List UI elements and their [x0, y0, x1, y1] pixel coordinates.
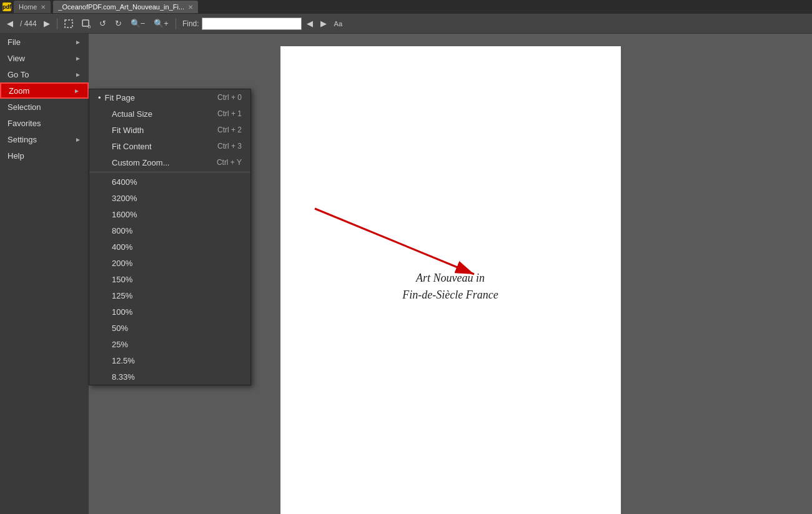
sidebar-item-selection-label: Selection — [7, 102, 41, 112]
sidebar-item-help-label: Help — [7, 151, 24, 161]
sidebar-item-favorites[interactable]: Favorites — [0, 115, 89, 131]
zoom-fit-content[interactable]: Fit Content Ctrl + 3 — [89, 138, 250, 154]
toolbar: ◀ / 444 ▶ ↺ ↻ 🔍− 🔍+ Find: ◀ ▶ Aa — [0, 14, 812, 34]
main-layout: File ► View ► Go To ► Zoom ► Selection F… — [0, 34, 812, 514]
zoom-fit-page-shortcut: Ctrl + 0 — [217, 93, 242, 102]
svg-line-4 — [315, 209, 474, 274]
file-arrow-icon: ► — [75, 39, 81, 46]
toolbar-sep-1 — [57, 18, 57, 29]
sidebar-item-file[interactable]: File ► — [0, 34, 89, 50]
sidebar-item-goto[interactable]: Go To ► — [0, 66, 89, 82]
zoom-in-button[interactable]: 🔍+ — [151, 17, 172, 30]
rotate-cw-button[interactable]: ↻ — [112, 17, 125, 30]
zoom-level-2[interactable]: 1600% — [89, 206, 250, 222]
tab-pdf[interactable]: _OceanofPDF.com_Art_Nouveau_in_Fi... ✕ — [53, 1, 198, 13]
zoom-fit-page-left: • Fit Page — [98, 93, 135, 102]
zoom-out-button[interactable]: 🔍− — [127, 17, 149, 30]
zoom-level-3[interactable]: 800% — [89, 222, 250, 239]
zoom-submenu-sep — [89, 172, 250, 172]
zoom-fit-content-label: Fit Content — [112, 142, 152, 151]
zoom-level-label-8: 100% — [112, 307, 132, 317]
zoom-level-label-2: 1600% — [112, 210, 137, 219]
find-prev-button[interactable]: ◀ — [304, 17, 315, 29]
zoom-custom-left: Custom Zoom... — [98, 158, 169, 167]
zoom-fit-content-shortcut: Ctrl + 3 — [217, 142, 242, 151]
settings-arrow-icon: ► — [75, 136, 81, 143]
zoom-level-11[interactable]: 12.5% — [89, 352, 250, 368]
tab-home-label: Home — [19, 3, 37, 11]
pdf-page: Art Nouveau in Fin-de-Siècle France — [280, 46, 621, 514]
zoom-level-label-9: 50% — [112, 324, 128, 333]
rotate-ccw-button[interactable]: ↺ — [96, 17, 109, 30]
zoom-fit-width[interactable]: Fit Width Ctrl + 2 — [89, 122, 250, 138]
sidebar-item-view-label: View — [7, 54, 25, 63]
zoom-actual-size-label: Actual Size — [112, 109, 152, 119]
svg-rect-0 — [65, 20, 72, 27]
zoom-level-6[interactable]: 150% — [89, 271, 250, 287]
zoom-level-0[interactable]: 6400% — [89, 174, 250, 190]
zoom-level-10[interactable]: 25% — [89, 336, 250, 352]
zoom-actual-size-shortcut: Ctrl + 1 — [217, 109, 242, 118]
forward-button[interactable]: ▶ — [41, 17, 53, 30]
zoom-level-5[interactable]: 200% — [89, 255, 250, 271]
zoom-fit-content-left: Fit Content — [98, 142, 152, 151]
zoom-level-label-0: 6400% — [112, 177, 137, 187]
zoom-level-7[interactable]: 125% — [89, 287, 250, 304]
zoom-level-8[interactable]: 100% — [89, 304, 250, 320]
find-input[interactable] — [202, 17, 302, 30]
tab-home[interactable]: Home ✕ — [14, 1, 51, 13]
select-icon — [64, 19, 73, 28]
zoom-fit-width-label: Fit Width — [112, 126, 144, 135]
zoom-level-label-5: 200% — [112, 259, 132, 268]
sidebar-item-zoom[interactable]: Zoom ► — [0, 82, 89, 99]
zoom-level-9[interactable]: 50% — [89, 320, 250, 336]
zoom-level-label-7: 125% — [112, 291, 132, 300]
zoom-level-label-1: 3200% — [112, 194, 137, 203]
page-indicator: / 444 — [20, 19, 37, 28]
sidebar-item-settings-label: Settings — [7, 135, 37, 144]
pdf-title-line1: Art Nouveau in — [416, 272, 485, 284]
pdf-title-line2: Fin-de-Siècle France — [402, 289, 498, 301]
zoom-arrow-icon: ► — [74, 87, 80, 94]
sidebar-item-zoom-label: Zoom — [9, 86, 29, 96]
zoom-actual-size-left: Actual Size — [98, 109, 152, 119]
find-next-button[interactable]: ▶ — [318, 17, 329, 29]
zoom-levels-container: 6400%3200%1600%800%400%200%150%125%100%5… — [89, 174, 250, 385]
sidebar-item-favorites-label: Favorites — [7, 119, 41, 128]
toolbar-sep-2 — [176, 18, 176, 29]
sidebar-item-view[interactable]: View ► — [0, 50, 89, 66]
zoom-fit-width-left: Fit Width — [98, 126, 144, 135]
sidebar: File ► View ► Go To ► Zoom ► Selection F… — [0, 34, 89, 514]
svg-rect-1 — [82, 20, 89, 26]
fit-page-dot: • — [98, 93, 101, 102]
zoom-level-label-11: 12.5% — [112, 356, 135, 365]
zoom-actual-size[interactable]: Actual Size Ctrl + 1 — [89, 106, 250, 122]
back-button[interactable]: ◀ — [4, 17, 16, 30]
tab-pdf-close[interactable]: ✕ — [188, 4, 193, 11]
zoom-level-label-6: 150% — [112, 275, 132, 284]
zoom-level-label-10: 25% — [112, 340, 128, 349]
tab-home-close[interactable]: ✕ — [41, 4, 46, 11]
find-options-button[interactable]: Aa — [332, 19, 345, 29]
rect-zoom-icon — [82, 19, 91, 28]
goto-arrow-icon: ► — [75, 71, 81, 78]
sidebar-item-file-label: File — [7, 37, 21, 47]
zoom-level-label-4: 400% — [112, 242, 132, 252]
zoom-level-4[interactable]: 400% — [89, 239, 250, 255]
title-bar: pdf Home ✕ _OceanofPDF.com_Art_Nouveau_i… — [0, 0, 812, 14]
zoom-level-label-12: 8.33% — [112, 372, 135, 382]
tab-pdf-label: _OceanofPDF.com_Art_Nouveau_in_Fi... — [58, 3, 184, 11]
zoom-fit-page[interactable]: • Fit Page Ctrl + 0 — [89, 89, 250, 106]
sidebar-item-help[interactable]: Help — [0, 147, 89, 164]
sidebar-item-goto-label: Go To — [7, 70, 29, 79]
zoom-fit-page-label: Fit Page — [105, 93, 135, 102]
zoom-level-1[interactable]: 3200% — [89, 190, 250, 206]
zoom-custom[interactable]: Custom Zoom... Ctrl + Y — [89, 154, 250, 171]
sidebar-item-selection[interactable]: Selection — [0, 99, 89, 115]
select-tool-button[interactable] — [61, 17, 76, 30]
zoom-level-12[interactable]: 8.33% — [89, 368, 250, 385]
zoom-custom-label: Custom Zoom... — [112, 158, 169, 167]
rect-zoom-button[interactable] — [79, 17, 94, 30]
view-arrow-icon: ► — [75, 55, 81, 62]
sidebar-item-settings[interactable]: Settings ► — [0, 131, 89, 147]
